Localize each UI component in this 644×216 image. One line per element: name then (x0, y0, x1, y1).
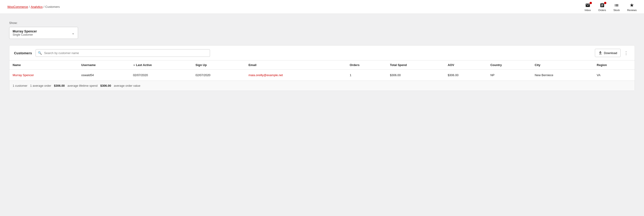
orders-badge (604, 2, 606, 4)
cell-email: maia.oreilly@example.net (245, 70, 346, 81)
cell-aov: $306.00 (444, 70, 487, 81)
col-region[interactable]: Region (594, 60, 634, 70)
cell-username: oswald54 (78, 70, 130, 81)
stock-icon (614, 3, 619, 8)
breadcrumb-current: Customers (45, 5, 60, 9)
cell-city: New Berniece (532, 70, 594, 81)
col-country[interactable]: Country (487, 60, 532, 70)
cell-name: Murray Spencer (10, 70, 78, 81)
summary-avg-order: 1 average order (30, 84, 51, 87)
col-last-active[interactable]: ▼Last Active (130, 60, 192, 70)
email-link[interactable]: maia.oreilly@example.net (248, 73, 283, 77)
download-button[interactable]: Download (595, 49, 620, 57)
search-input[interactable] (36, 49, 210, 57)
stock-label: Stock (614, 9, 620, 12)
customers-card-title: Customers (14, 51, 32, 55)
table-header-row: Name Username ▼Last Active Sign Up Email… (10, 60, 634, 70)
card-header: Customers 🔍 Download ⋮ (10, 46, 634, 60)
selector-sub: Single Customer (12, 33, 68, 36)
orders-icon-wrap (599, 2, 606, 8)
more-options-button[interactable]: ⋮ (622, 49, 630, 57)
col-email[interactable]: Email (245, 60, 346, 70)
inbox-badge (590, 2, 592, 4)
summary-row: 1 customer 1 average order $306.00 avera… (10, 81, 634, 91)
customer-name-link[interactable]: Murray Spencer (12, 73, 34, 77)
header-actions: Download ⋮ (595, 49, 630, 57)
cell-orders: 1 (346, 70, 387, 81)
inbox-label: Inbox (584, 9, 591, 12)
reviews-label: Reviews (627, 9, 637, 12)
summary-avg-order-value: $306.00 (100, 84, 111, 87)
breadcrumb: WooCommerce / Analytics / Customers (7, 5, 60, 9)
top-bar: WooCommerce / Analytics / Customers Inbo… (0, 0, 644, 14)
col-username[interactable]: Username (78, 60, 130, 70)
top-icons: Inbox Orders Stock ★ (584, 2, 637, 12)
cell-country: NP (487, 70, 532, 81)
summary-avg-lifetime-label: average lifetime spend (68, 84, 98, 87)
sort-arrow-icon: ▼ (133, 64, 135, 66)
search-icon: 🔍 (38, 51, 42, 55)
chevron-down-icon: ⌄ (72, 31, 74, 35)
breadcrumb-analytics[interactable]: Analytics (31, 5, 43, 9)
stock-nav[interactable]: Stock (613, 2, 620, 12)
customers-table: Name Username ▼Last Active Sign Up Email… (10, 60, 634, 91)
col-city[interactable]: City (532, 60, 594, 70)
cell-total-spend: $306.00 (387, 70, 444, 81)
table-row: Murray Spencer oswald54 02/07/2020 02/07… (10, 70, 634, 81)
cell-sign-up: 02/07/2020 (192, 70, 245, 81)
col-orders[interactable]: Orders (346, 60, 387, 70)
col-aov[interactable]: AOV (444, 60, 487, 70)
col-sign-up[interactable]: Sign Up (192, 60, 245, 70)
show-label: Show: (9, 21, 635, 25)
cell-last-active: 02/07/2020 (130, 70, 192, 81)
customers-card: Customers 🔍 Download ⋮ Name U (9, 45, 635, 91)
summary-customer-count: 1 customer (12, 84, 27, 87)
download-icon (598, 51, 602, 55)
selector-name: Murray Spencer (12, 30, 68, 33)
table-body: Murray Spencer oswald54 02/07/2020 02/07… (10, 70, 634, 81)
inbox-icon-wrap (584, 2, 591, 8)
cell-region: VA (594, 70, 634, 81)
summary-avg-order-value-label: average order value (114, 84, 140, 87)
col-total-spend[interactable]: Total Spend (387, 60, 444, 70)
customer-selector[interactable]: Murray Spencer Single Customer ⌄ (9, 27, 78, 39)
table-head: Name Username ▼Last Active Sign Up Email… (10, 60, 634, 70)
reviews-nav[interactable]: ★ Reviews (627, 2, 637, 12)
summary-cell: 1 customer 1 average order $306.00 avera… (10, 81, 634, 91)
reviews-icon: ★ (630, 3, 634, 8)
search-wrap: 🔍 (36, 49, 210, 57)
orders-label: Orders (598, 9, 606, 12)
reviews-icon-wrap: ★ (628, 2, 635, 8)
table-foot: 1 customer 1 average order $306.00 avera… (10, 81, 634, 91)
summary-avg-lifetime-value: $306.00 (54, 84, 65, 87)
summary-content: 1 customer 1 average order $306.00 avera… (12, 84, 632, 87)
orders-icon (600, 3, 605, 8)
download-label: Download (604, 51, 617, 55)
stock-icon-wrap (613, 2, 620, 8)
breadcrumb-woocommerce[interactable]: WooCommerce (7, 5, 28, 9)
col-name[interactable]: Name (10, 60, 78, 70)
main-content: Show: Murray Spencer Single Customer ⌄ C… (0, 14, 644, 98)
inbox-nav[interactable]: Inbox (584, 2, 591, 12)
orders-nav[interactable]: Orders (598, 2, 606, 12)
